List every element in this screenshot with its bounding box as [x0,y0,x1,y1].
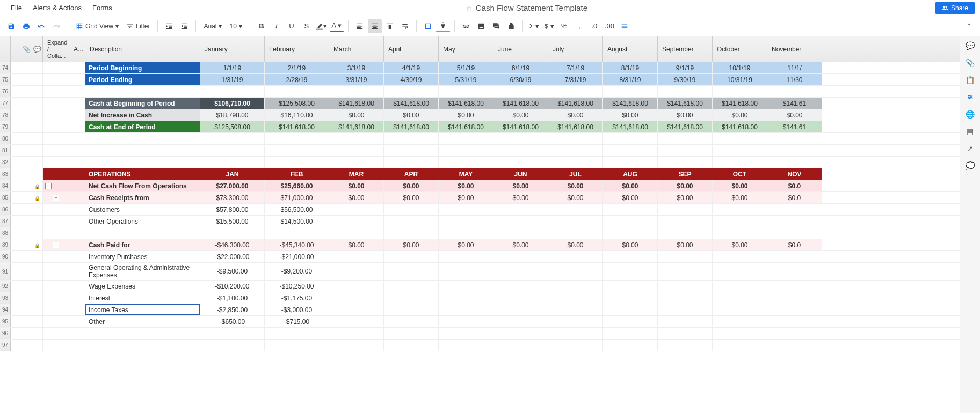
month-cell[interactable] [439,292,493,304]
underline-icon[interactable]: U [285,19,299,33]
month-cell[interactable]: $27,000.00 [200,180,265,191]
comment-cell[interactable] [32,192,43,203]
image-icon[interactable] [474,19,488,33]
grid-view-dropdown[interactable]: Grid View ▾ [72,19,122,33]
month-cell[interactable] [265,340,329,351]
month-cell[interactable]: $141,618.00 [384,98,439,109]
month-cell[interactable]: $14,500.00 [265,216,329,227]
month-cell[interactable] [713,204,767,215]
month-cell[interactable] [548,251,603,262]
month-cell[interactable]: $0.00 [384,109,439,121]
expand-cell[interactable] [43,74,69,85]
comments-rail-icon[interactable]: 💬 [966,41,975,50]
a-cell[interactable] [69,121,85,132]
attachment-cell[interactable] [21,157,32,168]
expand-cell[interactable]: − [43,180,69,191]
month-cell[interactable] [548,263,603,280]
collapse-toggle-icon[interactable]: − [53,242,59,248]
save-icon[interactable] [4,19,18,33]
expand-cell[interactable] [43,292,69,304]
expand-cell[interactable] [43,109,69,121]
percent-icon[interactable]: % [557,19,571,33]
month-cell[interactable] [493,204,548,215]
comment-cell[interactable] [32,263,43,280]
expand-cell[interactable]: − [43,239,69,250]
description-cell[interactable]: Interest [85,292,200,304]
align-left-icon[interactable] [353,19,367,33]
month-cell[interactable]: $0.0 [767,192,822,203]
month-cell[interactable] [329,340,384,351]
align-top-icon[interactable] [383,19,397,33]
month-cell[interactable]: $141,618.00 [439,98,493,109]
month-cell[interactable] [329,316,384,327]
row-number[interactable]: 76 [0,86,11,97]
a-cell[interactable] [69,304,85,315]
month-cell[interactable] [603,204,658,215]
comment-cell[interactable] [32,281,43,292]
month-cell[interactable] [384,133,439,144]
month-cell[interactable] [658,316,713,327]
month-cell[interactable]: $0.00 [439,192,493,203]
month-cell[interactable] [767,251,822,262]
month-cell[interactable] [384,157,439,168]
month-cell[interactable] [384,204,439,215]
month-cell[interactable]: $0.00 [329,192,384,203]
month-cell[interactable] [200,133,265,144]
menu-alerts[interactable]: Alerts & Actions [27,1,87,14]
month-cell[interactable]: JUL [548,168,603,180]
month-cell[interactable] [493,263,548,280]
row-number[interactable]: 92 [0,281,11,292]
row-number[interactable]: 90 [0,251,11,262]
month-cell[interactable] [384,216,439,227]
month-cell[interactable] [713,263,767,280]
month-cell[interactable]: -$10,200.00 [200,281,265,292]
month-cell[interactable] [603,227,658,239]
grid-row[interactable]: 84−Net Cash Flow From Operations$27,000.… [0,180,960,192]
a-cell[interactable] [69,227,85,239]
highlight-icon[interactable] [436,20,450,32]
strike-icon[interactable]: S [300,19,314,33]
attachment-cell[interactable] [21,145,32,156]
attachment-cell[interactable] [21,328,32,339]
month-cell[interactable] [329,145,384,156]
month-cell[interactable] [439,304,493,315]
font-size-dropdown[interactable]: 10 ▾ [226,19,245,33]
month-cell[interactable] [658,328,713,339]
wrap-icon[interactable] [398,19,412,33]
month-cell[interactable] [493,157,548,168]
month-cell[interactable]: 1/1/19 [200,62,265,73]
month-cell[interactable] [439,216,493,227]
expand-cell[interactable] [43,340,69,351]
month-cell[interactable]: $0.00 [658,192,713,203]
month-cell[interactable]: -$1,175.00 [265,292,329,304]
month-cell[interactable] [603,145,658,156]
month-cell[interactable] [493,304,548,315]
comment-cell[interactable] [32,227,43,239]
month-cell[interactable]: 2/28/19 [265,74,329,85]
month-cell[interactable] [384,304,439,315]
month-cell[interactable]: 10/1/19 [713,62,767,73]
month-cell[interactable] [658,227,713,239]
month-cell[interactable]: $0.00 [603,180,658,191]
month-cell[interactable] [493,227,548,239]
month-cell[interactable] [439,157,493,168]
a-cell[interactable] [69,204,85,215]
month-cell[interactable] [329,251,384,262]
expand-cell[interactable] [43,227,69,239]
fill-color-icon[interactable]: ▾ [315,19,329,33]
description-cell[interactable] [85,328,200,339]
month-cell[interactable]: 9/30/19 [658,74,713,85]
month-cell[interactable] [548,157,603,168]
month-cell[interactable]: $0.00 [713,192,767,203]
month-cell[interactable]: 3/1/19 [329,62,384,73]
month-cell[interactable]: 11/1/ [767,62,822,73]
month-cell[interactable]: $141,618.00 [548,121,603,132]
month-cell[interactable] [384,251,439,262]
month-cell[interactable]: -$1,100.00 [200,292,265,304]
comment-cell[interactable] [32,328,43,339]
currency-icon[interactable]: $ ▾ [542,19,556,33]
month-cell[interactable] [603,328,658,339]
expand-cell[interactable] [43,145,69,156]
month-cell[interactable] [384,145,439,156]
month-cell[interactable]: 3/31/19 [329,74,384,85]
